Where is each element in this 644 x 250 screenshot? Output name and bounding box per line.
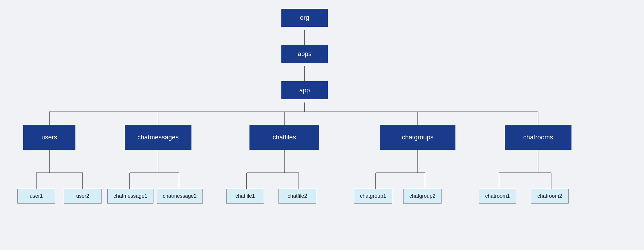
tree-diagram: org apps app users chatmessages chatfile… [0,0,644,250]
user1-label: user1 [17,189,55,204]
node-chatgroup2: chatgroup2 [403,189,442,204]
chatmessage2-label: chatmessage2 [157,189,203,204]
node-chatroom1: chatroom1 [479,189,516,204]
chatgroup1-label: chatgroup1 [354,189,392,204]
apps-label: apps [281,45,328,63]
chatfile2-label: chatfile2 [278,189,316,204]
chatgroup2-label: chatgroup2 [403,189,442,204]
node-chatmessages: chatmessages [125,125,191,150]
node-org: org [281,9,328,27]
chatgroups-label: chatgroups [380,125,455,150]
node-chatgroups: chatgroups [380,125,455,150]
node-users: users [23,125,75,150]
chatroom1-label: chatroom1 [479,189,516,204]
node-chatmessage1: chatmessage1 [107,189,153,204]
node-apps: apps [281,45,328,63]
node-chatfile1: chatfile1 [226,189,264,204]
node-user2: user2 [64,189,102,204]
node-user1: user1 [17,189,55,204]
node-chatfiles: chatfiles [249,125,319,150]
users-label: users [23,125,75,150]
node-chatroom2: chatroom2 [531,189,569,204]
chatmessage1-label: chatmessage1 [107,189,153,204]
user2-label: user2 [64,189,102,204]
app-label: app [281,81,328,99]
node-chatrooms: chatrooms [505,125,571,150]
chatmessages-label: chatmessages [125,125,191,150]
node-chatmessage2: chatmessage2 [157,189,203,204]
chatrooms-label: chatrooms [505,125,571,150]
node-chatfile2: chatfile2 [278,189,316,204]
node-app: app [281,81,328,99]
chatfiles-label: chatfiles [249,125,319,150]
org-label: org [281,9,328,27]
chatroom2-label: chatroom2 [531,189,569,204]
chatfile1-label: chatfile1 [226,189,264,204]
node-chatgroup1: chatgroup1 [354,189,392,204]
